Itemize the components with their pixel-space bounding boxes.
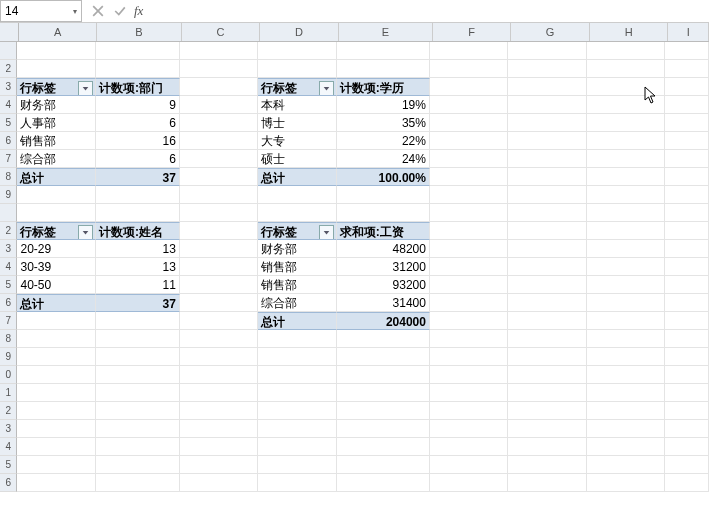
cell[interactable] <box>430 366 508 384</box>
cell[interactable] <box>587 474 665 492</box>
cell[interactable] <box>258 402 336 420</box>
cell[interactable] <box>337 456 430 474</box>
cell[interactable] <box>665 330 709 348</box>
cell[interactable] <box>430 384 508 402</box>
row-header[interactable]: 7 <box>0 150 17 168</box>
pivot-row-label-header[interactable]: 行标签 <box>17 78 95 96</box>
cell[interactable] <box>587 402 665 420</box>
cell[interactable] <box>180 294 258 312</box>
formula-input[interactable] <box>149 1 553 21</box>
cell[interactable] <box>508 348 586 366</box>
cell[interactable] <box>508 204 586 222</box>
cell[interactable] <box>430 168 508 186</box>
cell[interactable] <box>665 168 709 186</box>
cell[interactable] <box>587 312 665 330</box>
cell[interactable] <box>337 402 430 420</box>
cell[interactable] <box>258 204 336 222</box>
cell[interactable] <box>96 330 180 348</box>
cell[interactable] <box>96 312 180 330</box>
cell[interactable] <box>258 438 336 456</box>
row-header[interactable]: 5 <box>0 456 17 474</box>
cell[interactable] <box>96 42 180 60</box>
cell[interactable] <box>337 438 430 456</box>
cell[interactable] <box>180 60 258 78</box>
pivot-row-label-header[interactable]: 行标签 <box>258 222 336 240</box>
pivot-value[interactable]: 31400 <box>337 294 430 312</box>
pivot-total-value[interactable]: 37 <box>96 168 180 186</box>
cell[interactable] <box>430 240 508 258</box>
pivot-row-label[interactable]: 20-29 <box>17 240 95 258</box>
pivot-row-label[interactable]: 销售部 <box>258 258 336 276</box>
cell[interactable] <box>665 204 709 222</box>
cell[interactable] <box>258 384 336 402</box>
cell[interactable] <box>587 276 665 294</box>
pivot-value[interactable]: 19% <box>337 96 430 114</box>
col-header-H[interactable]: H <box>590 23 668 41</box>
cell[interactable] <box>337 330 430 348</box>
pivot-value[interactable]: 35% <box>337 114 430 132</box>
cell[interactable] <box>96 420 180 438</box>
cell[interactable] <box>587 132 665 150</box>
select-all-corner[interactable] <box>0 23 19 41</box>
cell[interactable] <box>508 276 586 294</box>
pivot-row-label[interactable]: 40-50 <box>17 276 95 294</box>
cell[interactable] <box>508 186 586 204</box>
row-header[interactable]: 8 <box>0 330 17 348</box>
cell[interactable] <box>587 78 665 96</box>
cell[interactable] <box>17 438 95 456</box>
cell[interactable] <box>665 60 709 78</box>
pivot-value[interactable]: 6 <box>96 150 180 168</box>
cell[interactable] <box>96 60 180 78</box>
cell[interactable] <box>587 348 665 366</box>
cell[interactable] <box>587 330 665 348</box>
cell[interactable] <box>665 348 709 366</box>
col-header-D[interactable]: D <box>260 23 338 41</box>
cell[interactable] <box>258 474 336 492</box>
cell[interactable] <box>180 366 258 384</box>
pivot-row-label-header[interactable]: 行标签 <box>17 222 95 240</box>
row-header[interactable]: 6 <box>0 294 17 312</box>
col-header-C[interactable]: C <box>182 23 260 41</box>
pivot-value[interactable]: 6 <box>96 114 180 132</box>
cell[interactable] <box>430 96 508 114</box>
cell[interactable] <box>180 204 258 222</box>
pivot-value[interactable]: 9 <box>96 96 180 114</box>
pivot-total-value[interactable]: 37 <box>96 294 180 312</box>
cell[interactable] <box>587 168 665 186</box>
cell[interactable] <box>508 222 586 240</box>
pivot-row-label[interactable]: 综合部 <box>258 294 336 312</box>
pivot-value-header[interactable]: 求和项:工资 <box>337 222 430 240</box>
cell[interactable] <box>258 42 336 60</box>
col-header-F[interactable]: F <box>433 23 511 41</box>
cell[interactable] <box>17 420 95 438</box>
cell[interactable] <box>430 276 508 294</box>
cell[interactable] <box>430 438 508 456</box>
row-header[interactable]: 2 <box>0 222 17 240</box>
row-header[interactable]: 1 <box>0 384 17 402</box>
row-header[interactable]: 4 <box>0 258 17 276</box>
pivot-row-label[interactable]: 综合部 <box>17 150 95 168</box>
row-header[interactable]: 6 <box>0 132 17 150</box>
pivot-value[interactable]: 31200 <box>337 258 430 276</box>
cell[interactable] <box>337 474 430 492</box>
cell[interactable] <box>258 456 336 474</box>
cell[interactable] <box>258 60 336 78</box>
cell[interactable] <box>180 258 258 276</box>
pivot-value[interactable]: 48200 <box>337 240 430 258</box>
cell[interactable] <box>17 312 95 330</box>
pivot-row-label[interactable]: 大专 <box>258 132 336 150</box>
cell[interactable] <box>508 132 586 150</box>
filter-dropdown-icon[interactable] <box>319 81 334 96</box>
pivot-row-label[interactable]: 人事部 <box>17 114 95 132</box>
cell[interactable] <box>258 420 336 438</box>
cell[interactable] <box>180 420 258 438</box>
cell[interactable] <box>665 474 709 492</box>
cancel-icon[interactable] <box>90 3 106 19</box>
cell[interactable] <box>587 294 665 312</box>
cell[interactable] <box>430 258 508 276</box>
cell[interactable] <box>17 330 95 348</box>
pivot-row-label[interactable]: 财务部 <box>258 240 336 258</box>
cell[interactable] <box>508 114 586 132</box>
cell[interactable] <box>258 186 336 204</box>
cell[interactable] <box>337 60 430 78</box>
